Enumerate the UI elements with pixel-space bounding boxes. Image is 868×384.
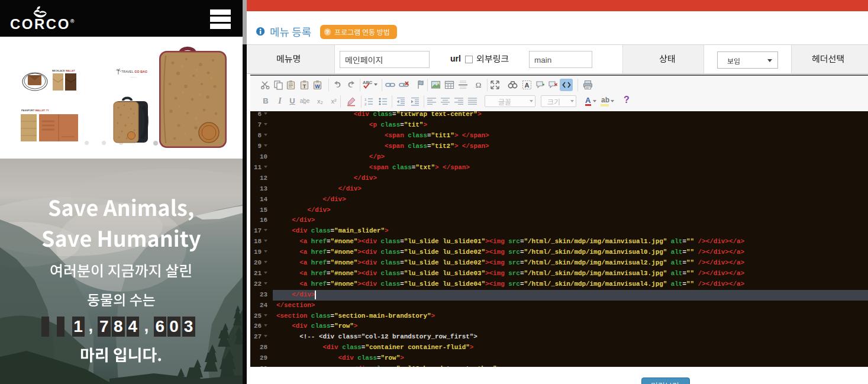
svg-text:1: 1 bbox=[364, 98, 367, 101]
svg-text:Ω: Ω bbox=[476, 80, 482, 89]
svg-text:W: W bbox=[315, 83, 320, 89]
svg-text:T: T bbox=[303, 83, 306, 89]
svg-text:2: 2 bbox=[364, 102, 367, 106]
svg-text:A: A bbox=[525, 82, 530, 89]
